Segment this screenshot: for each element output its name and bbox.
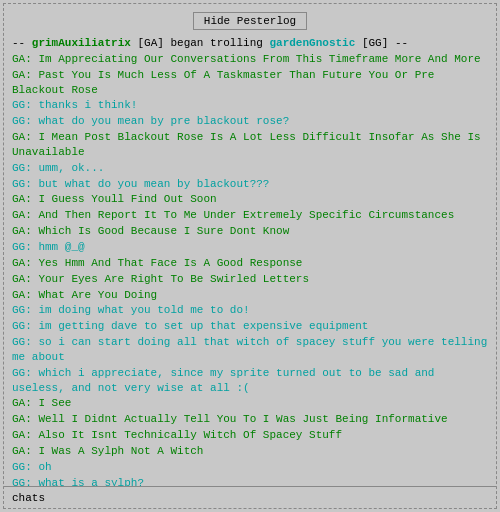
system-text: -- grimAuxiliatrix [GA] began trolling g… (12, 37, 408, 49)
list-item: GA: Well I Didnt Actually Tell You To I … (12, 412, 488, 427)
gg-username: gardenGnostic (269, 37, 355, 49)
list-item: GA: Which Is Good Because I Sure Dont Kn… (12, 224, 488, 239)
list-item: GA: What Are You Doing (12, 288, 488, 303)
list-item: GG: but what do you mean by blackout??? (12, 177, 488, 192)
list-item: GA: I Was A Sylph Not A Witch (12, 444, 488, 459)
list-item: GG: im getting dave to set up that expen… (12, 319, 488, 334)
hide-pesterlog-button[interactable]: Hide Pesterlog (193, 12, 307, 30)
bottom-bar: chats (4, 486, 496, 508)
list-item: GG: what do you mean by pre blackout ros… (12, 114, 488, 129)
list-item: GA: Also It Isnt Technically Witch Of Sp… (12, 428, 488, 443)
list-item: GG: what is a sylph? (12, 476, 488, 486)
list-item: GA: Past You Is Much Less Of A Taskmaste… (12, 68, 488, 98)
list-item: GG: thanks i think! (12, 98, 488, 113)
list-item: GG: hmm @_@ (12, 240, 488, 255)
messages-container: GA: Im Appreciating Our Conversations Fr… (12, 52, 488, 486)
hide-btn-container: Hide Pesterlog (4, 4, 496, 36)
list-item: GG: umm, ok... (12, 161, 488, 176)
list-item: GA: Yes Hmm And That Face Is A Good Resp… (12, 256, 488, 271)
list-item: GA: I Mean Post Blackout Rose Is A Lot L… (12, 130, 488, 160)
list-item: GG: oh (12, 460, 488, 475)
list-item: GG: im doing what you told me to do! (12, 303, 488, 318)
system-line: -- grimAuxiliatrix [GA] began trolling g… (12, 36, 488, 51)
list-item: GA: I Guess Youll Find Out Soon (12, 192, 488, 207)
list-item: GA: Im Appreciating Our Conversations Fr… (12, 52, 488, 67)
list-item: GA: And Then Report It To Me Under Extre… (12, 208, 488, 223)
list-item: GG: which i appreciate, since my sprite … (12, 366, 488, 396)
ga-username: grimAuxiliatrix (32, 37, 131, 49)
chats-link[interactable]: chats (12, 492, 45, 504)
chat-area[interactable]: -- grimAuxiliatrix [GA] began trolling g… (4, 36, 496, 486)
list-item: GG: so i can start doing all that witch … (12, 335, 488, 365)
list-item: GA: Your Eyes Are Right To Be Swirled Le… (12, 272, 488, 287)
main-container: Hide Pesterlog -- grimAuxiliatrix [GA] b… (3, 3, 497, 509)
list-item: GA: I See (12, 396, 488, 411)
